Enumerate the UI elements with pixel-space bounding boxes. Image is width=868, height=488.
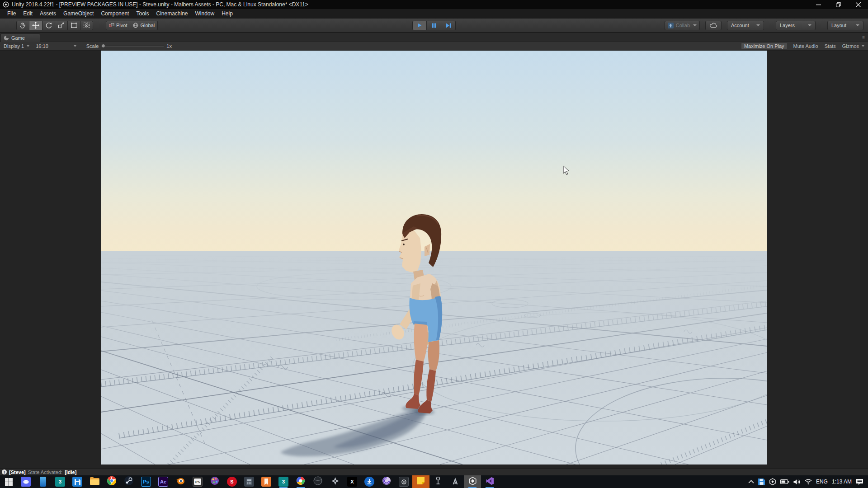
aspect-dropdown[interactable]: 16:10 bbox=[36, 43, 76, 49]
menu-assets[interactable]: Assets bbox=[36, 9, 60, 18]
status-message: State Activated: bbox=[28, 469, 62, 475]
scale-label: Scale bbox=[86, 43, 99, 49]
scale-tool-button[interactable] bbox=[55, 21, 68, 30]
account-label: Account bbox=[731, 23, 749, 28]
taskbar-visual-studio[interactable] bbox=[481, 475, 498, 488]
collab-dropdown-arrow bbox=[693, 24, 697, 26]
menu-window[interactable]: Window bbox=[192, 9, 218, 18]
taskbar-chrome[interactable] bbox=[103, 475, 120, 488]
status-bar[interactable]: ! [Steve] State Activated: [Idle] bbox=[0, 468, 868, 475]
menu-file[interactable]: File bbox=[4, 9, 19, 18]
pause-button[interactable] bbox=[427, 21, 441, 30]
taskbar-x-app[interactable]: X bbox=[344, 475, 361, 488]
pivot-global-group: Pivot Global bbox=[106, 21, 158, 30]
taskbar-epic-games[interactable]: EPIC bbox=[189, 475, 206, 488]
taskbar-antivirus[interactable]: S bbox=[223, 475, 241, 488]
sticky-note-icon bbox=[417, 477, 425, 487]
action-center-icon[interactable] bbox=[856, 479, 863, 485]
taskbar-blender[interactable] bbox=[172, 475, 189, 488]
taskbar-unity-active[interactable] bbox=[464, 475, 481, 488]
taskbar-file-explorer[interactable] bbox=[86, 475, 103, 488]
tray-clock[interactable]: 1:13 AM bbox=[832, 479, 852, 485]
minimize-button[interactable] bbox=[808, 0, 828, 9]
tray-language[interactable]: ENG bbox=[816, 479, 828, 485]
game-viewport[interactable] bbox=[101, 51, 767, 465]
taskbar-calculator[interactable] bbox=[241, 475, 258, 488]
taskbar-tool-app[interactable] bbox=[429, 475, 447, 488]
tray-chevron-icon[interactable] bbox=[748, 480, 754, 483]
move-tool-button[interactable] bbox=[29, 21, 42, 30]
pivot-toggle-button[interactable]: Pivot bbox=[106, 21, 130, 30]
rect-tool-button[interactable] bbox=[68, 21, 80, 30]
rotate-tool-button[interactable] bbox=[42, 21, 55, 30]
play-button[interactable] bbox=[412, 21, 427, 30]
tab-options-icon[interactable]: ≡ bbox=[862, 35, 865, 40]
x-app-icon: X bbox=[347, 477, 357, 487]
menu-tools[interactable]: Tools bbox=[132, 9, 152, 18]
menu-cinemachine[interactable]: Cinemachine bbox=[152, 9, 191, 18]
layout-dropdown[interactable]: Layout bbox=[827, 21, 863, 30]
orange-badge-icon bbox=[261, 477, 271, 487]
global-toggle-button[interactable]: Global bbox=[130, 21, 158, 30]
scale-slider[interactable] bbox=[101, 46, 164, 47]
restore-icon bbox=[836, 2, 841, 7]
tab-game[interactable]: Game bbox=[0, 33, 40, 42]
restore-button[interactable] bbox=[828, 0, 848, 9]
taskbar-blue-disk-app[interactable] bbox=[69, 475, 86, 488]
scale-value: 1x bbox=[166, 43, 172, 49]
taskbar-steam[interactable] bbox=[120, 475, 137, 488]
taskbar-bittorrent[interactable] bbox=[378, 475, 395, 488]
photoshop-icon: Ps bbox=[141, 477, 151, 487]
hand-tool-button[interactable] bbox=[16, 21, 29, 30]
trident-a-icon bbox=[452, 477, 459, 487]
taskbar-capture-app[interactable] bbox=[395, 475, 412, 488]
taskbar-discord[interactable] bbox=[17, 475, 34, 488]
taskbar-sticky-notes-attention[interactable] bbox=[412, 475, 429, 488]
status-subject: [Steve] bbox=[9, 469, 26, 475]
blender-icon bbox=[176, 477, 185, 487]
menu-gameobject[interactable]: GameObject bbox=[60, 9, 97, 18]
collab-label: Collab bbox=[676, 23, 690, 28]
tray-battery-icon[interactable] bbox=[780, 479, 789, 484]
gizmos-dropdown[interactable]: Gizmos bbox=[842, 43, 864, 49]
taskbar-phone-link[interactable] bbox=[34, 475, 52, 488]
taskbar-color-wheel-app[interactable] bbox=[292, 475, 309, 488]
account-dropdown[interactable]: Account bbox=[727, 21, 764, 30]
dark-sphere-icon bbox=[313, 476, 322, 487]
close-button[interactable] bbox=[848, 0, 868, 9]
taskbar-trident-app[interactable] bbox=[447, 475, 464, 488]
mute-audio-toggle[interactable]: Mute Audio bbox=[793, 43, 818, 49]
tray-floppy-icon[interactable] bbox=[758, 479, 765, 485]
game-view-controls: Display 1 16:10 Scale 1x Maximize On Pla… bbox=[0, 42, 868, 51]
minimize-icon bbox=[816, 2, 821, 7]
menu-component[interactable]: Component bbox=[97, 9, 132, 18]
layers-dropdown[interactable]: Layers bbox=[776, 21, 816, 30]
scale-slider-knob[interactable] bbox=[101, 44, 105, 48]
transform-tool-button[interactable] bbox=[80, 21, 93, 30]
taskbar-photoshop[interactable]: Ps bbox=[137, 475, 155, 488]
taskbar-orange-app[interactable] bbox=[258, 475, 275, 488]
menu-help[interactable]: Help bbox=[218, 9, 236, 18]
display-dropdown[interactable]: Display 1 bbox=[4, 43, 29, 49]
taskbar-3dsmax[interactable]: 3 bbox=[52, 475, 69, 488]
taskbar-after-effects[interactable]: Ae bbox=[155, 475, 172, 488]
maximize-on-play-toggle[interactable]: Maximize On Play bbox=[741, 43, 787, 49]
taskbar-download-manager[interactable] bbox=[361, 475, 378, 488]
global-icon bbox=[133, 23, 138, 28]
taskbar-shuriken-app[interactable] bbox=[326, 475, 344, 488]
taskbar-paint-app[interactable] bbox=[206, 475, 223, 488]
tray-speaker-icon[interactable] bbox=[793, 479, 801, 485]
tray-wifi-icon[interactable] bbox=[805, 479, 812, 484]
start-button[interactable] bbox=[0, 475, 17, 488]
pivot-icon bbox=[109, 23, 114, 28]
cloud-button[interactable] bbox=[705, 21, 722, 30]
taskbar-sphere-app[interactable] bbox=[309, 475, 326, 488]
aspect-dropdown-arrow bbox=[74, 45, 76, 47]
step-button[interactable] bbox=[441, 21, 456, 30]
taskbar-3dsmax-running[interactable]: 3 bbox=[275, 475, 292, 488]
tray-unity-icon[interactable] bbox=[769, 478, 776, 485]
collab-button[interactable]: Collab bbox=[665, 21, 700, 30]
unity-app-icon bbox=[3, 1, 9, 8]
menu-edit[interactable]: Edit bbox=[19, 9, 36, 18]
stats-toggle[interactable]: Stats bbox=[825, 43, 836, 49]
